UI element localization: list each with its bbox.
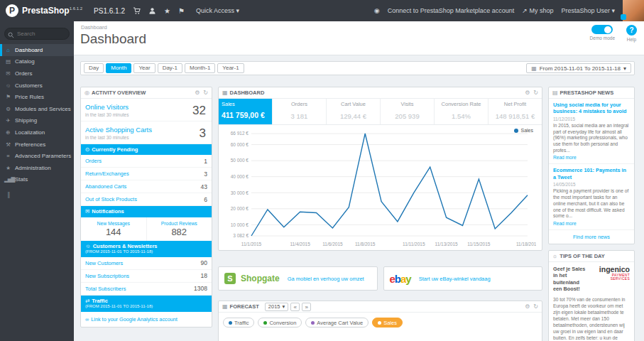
forecast-legend-sales[interactable]: Sales — [372, 318, 403, 328]
kpi-net-profit[interactable]: Net Profit148 918,51 € — [489, 99, 542, 124]
sales-chart: 66 912 €60 000 €50 000 €40 000 €30 000 €… — [219, 125, 542, 250]
refresh-icon[interactable]: ↻ — [533, 303, 538, 310]
news-article-title-link[interactable]: Using social media for your business: 4 … — [553, 102, 630, 115]
tips-of-the-day-panel: ☼ TIPS OF THE DAY Geef je Sales in het b… — [548, 250, 635, 341]
chart-legend-sales[interactable]: Sales — [514, 128, 533, 133]
gear-icon[interactable]: ⚙ — [525, 303, 530, 310]
date-filter-bar: Day Month Year Day-1 Month-1 Year-1 ▦ Fr… — [80, 61, 635, 75]
refresh-icon[interactable]: ↻ — [203, 90, 208, 96]
google-analytics-link[interactable]: ∞Link to your Google Analytics account — [81, 312, 212, 327]
pending-row-returns: Return/Exchanges3 — [81, 168, 212, 180]
demo-mode-toggle[interactable] — [591, 25, 613, 34]
svg-text:11/15/2015: 11/15/2015 — [467, 242, 490, 247]
filter-day-button[interactable]: Day — [84, 63, 104, 73]
help-button[interactable]: ? — [626, 25, 637, 36]
date-range-picker[interactable]: ▦ From 2015-11-01 To 2015-11-18 ▾ — [526, 63, 631, 73]
tips-icon: ☼ — [552, 253, 557, 259]
home-icon: ⌂ — [4, 47, 11, 53]
svg-text:11/1/2015: 11/1/2015 — [241, 242, 262, 247]
find-more-news-link[interactable]: Find more news — [549, 230, 634, 244]
activity-icon: ◎ — [84, 90, 89, 96]
kpi-sales[interactable]: Sales411 759,00 € — [219, 99, 273, 124]
avatar[interactable] — [623, 0, 644, 21]
sidebar-item-stats[interactable]: ▂▅▇Stats — [0, 174, 74, 186]
chevron-down-icon: ▾ — [611, 7, 615, 14]
sidebar-item-localization[interactable]: ⊕Localization — [0, 126, 74, 139]
refresh-icon[interactable]: ↻ — [533, 90, 538, 96]
sidebar-item-preferences[interactable]: ⚒Preferences — [0, 139, 74, 151]
forecast-legend-traffic[interactable]: Traffic — [223, 318, 254, 328]
ebay-logo: ebay — [390, 273, 411, 285]
breadcrumb[interactable]: Dashboard — [81, 24, 107, 31]
filter-year-1-button[interactable]: Year-1 — [217, 63, 244, 73]
page-header: Dashboard Dashboard Demo mode ? Help — [74, 21, 644, 55]
pending-row-abandoned-carts: Abandoned Carts43 — [81, 180, 212, 193]
filter-day-1-button[interactable]: Day-1 — [158, 63, 182, 73]
user-menu[interactable]: PrestaShop User ▾ — [561, 7, 615, 14]
active-carts-stat: Active Shopping Carts in the last 30 min… — [81, 121, 212, 144]
sidebar-item-administration[interactable]: ★Administration — [0, 162, 74, 174]
new-messages-cell[interactable]: New Messages 144 — [81, 217, 146, 241]
forecast-legend-conversion[interactable]: Conversion — [258, 318, 302, 328]
sidebar-item-price-rules[interactable]: ⚑Price Rules — [0, 91, 74, 103]
forecast-year-select[interactable]: 2015▾ — [265, 303, 288, 311]
currently-pending-header: ⊙Currently Pending — [81, 144, 212, 155]
collapse-sidebar-button[interactable]: ∥ — [0, 185, 74, 204]
shopgate-link[interactable]: Ga mobiel en verhoog uw omzet — [288, 276, 364, 282]
forecast-legend-average-cart-value[interactable]: Average Cart Value — [305, 318, 369, 328]
svg-text:11/13/2015: 11/13/2015 — [435, 242, 458, 247]
gear-icon[interactable]: ⚙ — [525, 90, 530, 96]
my-shop-link[interactable]: ↗ My shop — [522, 7, 553, 14]
quick-access-menu[interactable]: Quick Access ▾ — [196, 7, 239, 14]
kpi-visits[interactable]: Visits205 939 — [381, 99, 435, 124]
price-rules-icon: ⚑ — [4, 94, 11, 100]
star-icon[interactable]: ★ — [164, 7, 170, 15]
forecast-grid-icon: ▦ — [222, 303, 228, 310]
sidebar-item-catalog[interactable]: ▤Catalog — [0, 56, 74, 68]
online-visitors-stat: Online Visitors in the last 30 minutes 3… — [81, 99, 212, 121]
customer-icon[interactable] — [148, 7, 156, 15]
filter-year-button[interactable]: Year — [133, 63, 155, 73]
svg-text:10 000 €: 10 000 € — [231, 222, 249, 227]
online-visitors-link[interactable]: Online Visitors — [85, 103, 207, 111]
read-more-link[interactable]: Read more — [553, 155, 630, 160]
dashboard-panel: ▦ DASHBOARD ⚙↻ Sales411 759,00 € Orders3… — [218, 87, 542, 251]
ebay-link[interactable]: Start uw eBay-winkel vandaag — [419, 276, 491, 282]
sidebar-item-advanced-parameters[interactable]: ≡Advanced Parameters — [0, 150, 74, 162]
forecast-next-button[interactable]: » — [302, 303, 311, 311]
chevron-down-icon: ▾ — [236, 7, 239, 14]
tips-headline: Geef je Sales in het buitenland een Boos… — [553, 266, 589, 293]
sidebar-item-customers[interactable]: ☺Customers — [0, 80, 74, 92]
sidebar-item-modules-and-services[interactable]: ⚙Modules and Services — [0, 103, 74, 115]
kpi-cart-value[interactable]: Cart Value129,44 € — [327, 99, 381, 124]
gear-icon[interactable]: ⚙ — [195, 90, 200, 96]
read-more-link[interactable]: Read more — [553, 221, 630, 226]
marketplace-icon: ◉ — [374, 7, 380, 14]
customers-icon: ☺ — [4, 82, 11, 89]
forecast-prev-button[interactable]: « — [290, 303, 300, 311]
kpi-conversion-rate[interactable]: Conversion Rate1.54% — [435, 99, 489, 124]
svg-text:30 000 €: 30 000 € — [231, 190, 249, 195]
shopgate-logo-icon: S — [224, 273, 236, 284]
kpi-orders[interactable]: Orders3 181 — [273, 99, 327, 124]
bullhorn-icon[interactable]: ⚑ — [178, 7, 185, 15]
sidebar-menu: ⌂Dashboard ▤Catalog ✉Orders ☺Customers ⚑… — [0, 44, 74, 185]
average-cart-value-dot-icon — [311, 321, 315, 325]
product-reviews-cell[interactable]: Product Reviews 882 — [146, 217, 212, 241]
filter-month-button[interactable]: Month — [106, 63, 131, 73]
news-article-title-link[interactable]: Ecommerce 101: Payments in a Tweet — [553, 167, 630, 180]
svg-text:11/8/2015: 11/8/2015 — [355, 242, 376, 247]
sidebar-item-shipping[interactable]: ✈Shipping — [0, 115, 74, 127]
active-carts-link[interactable]: Active Shopping Carts — [85, 126, 207, 134]
shop-name[interactable]: PS1.6.1.2 — [94, 7, 125, 15]
sidebar-item-orders[interactable]: ✉Orders — [0, 67, 74, 80]
ebay-module: ebay Start uw eBay-winkel vandaag — [383, 266, 543, 291]
sidebar-item-dashboard[interactable]: ⌂Dashboard — [0, 44, 74, 56]
customers-row-new-subscriptions: New Subscriptions18 — [81, 270, 212, 283]
notification-badge — [621, 14, 626, 20]
filter-month-1-button[interactable]: Month-1 — [185, 63, 215, 73]
cart-icon[interactable] — [133, 7, 141, 15]
help-label: Help — [627, 37, 636, 42]
connect-marketplace-link[interactable]: Connect to PrestaShop Marketplace accoun… — [388, 7, 515, 14]
link-icon: ∞ — [85, 316, 89, 323]
